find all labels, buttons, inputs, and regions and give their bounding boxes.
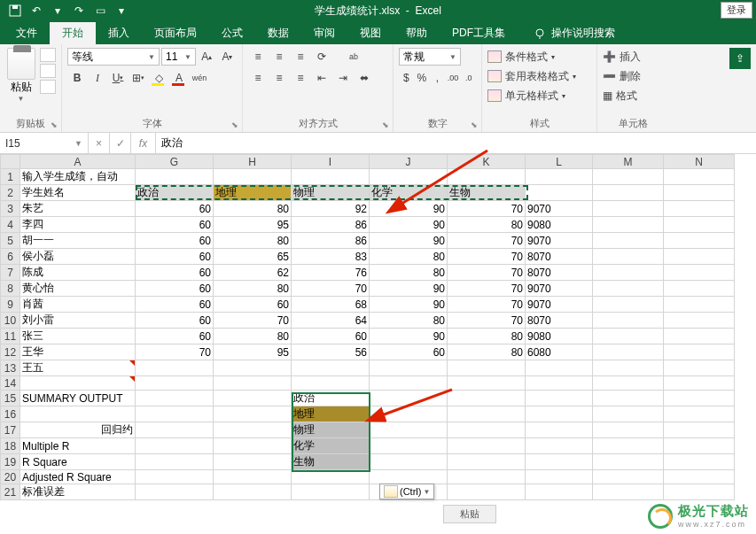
cut-icon[interactable] bbox=[40, 48, 56, 62]
spreadsheet-grid[interactable]: A G H I J K L M N 1输入学生成绩，自动 2学生姓名政治地理物理… bbox=[0, 154, 756, 534]
tab-pdf[interactable]: PDF工具集 bbox=[440, 22, 518, 44]
number-format-combo[interactable]: 常规▼ bbox=[399, 48, 461, 66]
delete-cells-button[interactable]: ➖删除 bbox=[603, 67, 663, 85]
redo-icon[interactable]: ↷ bbox=[69, 1, 89, 20]
row-header[interactable]: 2 bbox=[1, 185, 20, 201]
col-header[interactable]: J bbox=[370, 155, 448, 169]
row-header[interactable]: 6 bbox=[1, 249, 20, 265]
cell[interactable]: 地理 bbox=[214, 185, 292, 201]
row-header[interactable]: 14 bbox=[1, 376, 20, 391]
bold-button[interactable]: B bbox=[67, 69, 87, 87]
row-header[interactable]: 17 bbox=[1, 422, 20, 438]
wrap-text-button[interactable]: ab bbox=[344, 48, 363, 66]
row-header[interactable]: 7 bbox=[1, 265, 20, 281]
tab-help[interactable]: 帮助 bbox=[394, 22, 440, 44]
row-header[interactable]: 21 bbox=[1, 484, 20, 500]
border-button[interactable]: ⊞▾ bbox=[129, 69, 148, 87]
cancel-formula-icon[interactable]: × bbox=[89, 133, 110, 153]
cell[interactable]: 学生姓名 bbox=[20, 185, 136, 201]
align-right-icon[interactable]: ≡ bbox=[291, 69, 310, 87]
col-header[interactable]: M bbox=[593, 155, 664, 169]
cell[interactable]: 化学 bbox=[370, 185, 448, 201]
row-header[interactable]: 20 bbox=[1, 470, 20, 484]
name-box[interactable]: I15▼ bbox=[0, 133, 89, 153]
fx-icon[interactable]: fx bbox=[131, 133, 156, 153]
decrease-decimal-icon[interactable]: .0 bbox=[461, 69, 476, 87]
login-button[interactable]: 登录 bbox=[721, 2, 752, 19]
format-table-button[interactable]: 套用表格格式▾ bbox=[487, 67, 591, 85]
col-header[interactable]: H bbox=[214, 155, 292, 169]
row-header[interactable]: 15 bbox=[1, 391, 20, 406]
align-middle-icon[interactable]: ≡ bbox=[269, 48, 289, 66]
align-top-icon[interactable]: ≡ bbox=[248, 48, 268, 66]
paste-options-popup[interactable]: (Ctrl) ▼ bbox=[379, 484, 434, 499]
col-header[interactable]: K bbox=[448, 155, 526, 169]
font-launcher[interactable]: ⬊ bbox=[230, 120, 240, 130]
tab-review[interactable]: 审阅 bbox=[301, 22, 347, 44]
row-header[interactable]: 5 bbox=[1, 233, 20, 249]
row-header[interactable]: 11 bbox=[1, 329, 20, 344]
row-header[interactable]: 4 bbox=[1, 217, 20, 233]
align-left-icon[interactable]: ≡ bbox=[248, 69, 268, 87]
share-button[interactable]: ⇪ bbox=[729, 48, 751, 69]
tab-insert[interactable]: 插入 bbox=[96, 22, 142, 44]
italic-button[interactable]: I bbox=[88, 69, 107, 87]
comma-format-icon[interactable]: , bbox=[430, 69, 445, 87]
row-header[interactable]: 18 bbox=[1, 438, 20, 454]
align-center-icon[interactable]: ≡ bbox=[269, 69, 289, 87]
accounting-format-icon[interactable]: $ bbox=[399, 69, 414, 87]
paste-button[interactable]: 粘贴 ▼ bbox=[5, 48, 36, 103]
decrease-indent-icon[interactable]: ⇤ bbox=[312, 69, 331, 87]
insert-cells-button[interactable]: ➕插入 bbox=[603, 48, 663, 66]
select-all-corner[interactable] bbox=[1, 155, 20, 169]
conditional-format-button[interactable]: 条件格式▾ bbox=[487, 48, 591, 66]
col-header[interactable]: N bbox=[664, 155, 735, 169]
clipboard-launcher[interactable]: ⬊ bbox=[49, 120, 59, 130]
format-painter-icon[interactable] bbox=[40, 80, 56, 94]
merge-center-button[interactable]: ⬌ bbox=[355, 69, 374, 87]
row-header[interactable]: 13 bbox=[1, 360, 20, 376]
cell[interactable]: 输入学生成绩，自动 bbox=[20, 169, 136, 185]
phonetic-button[interactable]: wén bbox=[190, 69, 209, 87]
row-header[interactable]: 10 bbox=[1, 313, 20, 329]
col-header[interactable]: G bbox=[136, 155, 214, 169]
font-name-combo[interactable]: 等线▼ bbox=[67, 48, 160, 66]
decrease-font-icon[interactable]: A▾ bbox=[218, 48, 237, 66]
percent-format-icon[interactable]: % bbox=[415, 69, 430, 87]
formula-input[interactable]: 政治 bbox=[156, 133, 756, 153]
col-header[interactable]: I bbox=[292, 155, 370, 169]
orientation-icon[interactable]: ⟳ bbox=[312, 48, 331, 66]
row-header[interactable]: 8 bbox=[1, 281, 20, 297]
copy-icon[interactable] bbox=[40, 64, 56, 78]
cell-styles-button[interactable]: 单元格样式▾ bbox=[487, 87, 591, 104]
row-header[interactable]: 12 bbox=[1, 344, 20, 360]
row-header[interactable]: 3 bbox=[1, 201, 20, 217]
tab-formulas[interactable]: 公式 bbox=[209, 22, 255, 44]
row-header[interactable]: 9 bbox=[1, 297, 20, 313]
format-cells-button[interactable]: ▦格式 bbox=[603, 87, 663, 104]
redo-dropdown-icon[interactable]: ▾ bbox=[48, 1, 67, 20]
tab-layout[interactable]: 页面布局 bbox=[142, 22, 209, 44]
row-header[interactable]: 1 bbox=[1, 169, 20, 185]
align-launcher[interactable]: ⬊ bbox=[380, 120, 391, 130]
underline-button[interactable]: U▾ bbox=[108, 69, 128, 87]
tab-file[interactable]: 文件 bbox=[4, 22, 50, 44]
touch-icon[interactable]: ▭ bbox=[90, 1, 110, 20]
tell-me-search[interactable]: 操作说明搜索 bbox=[525, 22, 624, 44]
row-header[interactable]: 16 bbox=[1, 406, 20, 422]
increase-font-icon[interactable]: A▴ bbox=[198, 48, 216, 66]
cell[interactable]: 朱艺 bbox=[20, 201, 136, 217]
col-header[interactable]: L bbox=[526, 155, 593, 169]
cell[interactable]: 物理 bbox=[292, 185, 370, 201]
fill-color-button[interactable]: ◇ bbox=[149, 69, 168, 87]
increase-decimal-icon[interactable]: .00 bbox=[446, 69, 461, 87]
number-launcher[interactable]: ⬊ bbox=[469, 120, 479, 130]
qat-more-icon[interactable]: ▾ bbox=[112, 1, 131, 20]
undo-icon[interactable]: ↶ bbox=[27, 1, 46, 20]
cell[interactable]: 政治 bbox=[136, 185, 214, 201]
font-color-button[interactable]: A bbox=[169, 69, 189, 87]
increase-indent-icon[interactable]: ⇥ bbox=[333, 69, 353, 87]
row-header[interactable]: 19 bbox=[1, 454, 20, 470]
tab-view[interactable]: 视图 bbox=[347, 22, 394, 44]
save-icon[interactable] bbox=[5, 1, 25, 20]
